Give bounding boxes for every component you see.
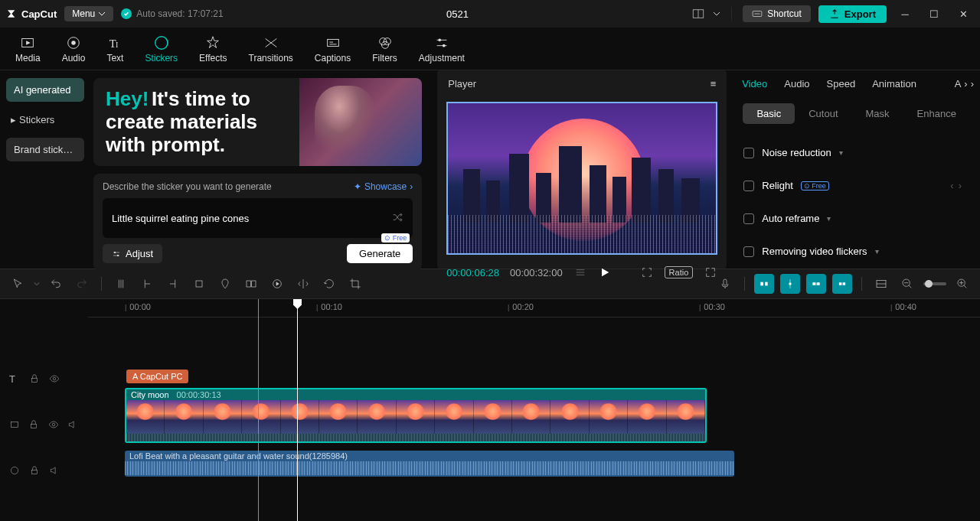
lock-icon[interactable]: [28, 419, 40, 431]
tab-effects[interactable]: Effects: [188, 31, 237, 67]
media-icon: [19, 34, 36, 51]
promo-hey: Hey!: [106, 87, 149, 110]
prop-tab-video[interactable]: Video: [742, 78, 767, 90]
audio-track[interactable]: Lofi Beat with a pleasant guitar and wat…: [88, 446, 980, 484]
opt-relight[interactable]: Relight ⊙ Free ‹ ›: [742, 169, 971, 202]
trim-left-tool[interactable]: [137, 274, 157, 294]
chevron-left-icon[interactable]: ‹: [950, 180, 953, 191]
redo-button[interactable]: [72, 274, 92, 294]
opt-removing-flickers[interactable]: Removing video flickers ▾: [742, 235, 971, 268]
tab-label: Effects: [199, 53, 227, 63]
selection-tool[interactable]: [8, 274, 28, 294]
eye-icon[interactable]: [48, 419, 60, 431]
list-icon[interactable]: [573, 265, 587, 279]
reverse-tool[interactable]: [267, 274, 287, 294]
magnet-tool[interactable]: [754, 274, 774, 294]
tab-audio[interactable]: Audio: [51, 31, 96, 67]
lib-stickers[interactable]: ▸ Stickers: [6, 108, 84, 132]
tab-adjustment[interactable]: Adjustment: [408, 31, 475, 67]
properties-panel: Video Audio Speed Animation A › › Basic …: [733, 70, 980, 269]
export-button[interactable]: Export: [818, 5, 887, 23]
prompt-input[interactable]: Little squirrel eating pine cones: [103, 198, 413, 238]
tab-label: Transitions: [249, 53, 293, 63]
tab-media[interactable]: Media: [5, 31, 51, 67]
mic-icon[interactable]: [715, 274, 735, 294]
lock-icon[interactable]: [29, 373, 41, 386]
chevron-down-icon[interactable]: [713, 10, 720, 18]
rotate-tool[interactable]: [319, 274, 339, 294]
timeline-ruler[interactable]: 00:00 00:10 00:20 00:30 00:40: [88, 299, 980, 317]
lock-icon[interactable]: [29, 465, 41, 477]
prop-tab-speed[interactable]: Speed: [827, 78, 856, 90]
checkbox-icon[interactable]: [743, 148, 754, 158]
zoom-out-icon[interactable]: [897, 274, 917, 294]
tab-captions[interactable]: Captions: [304, 31, 361, 67]
tab-text[interactable]: TI Text: [96, 31, 134, 67]
checkbox-icon[interactable]: [743, 213, 754, 224]
audio-clip[interactable]: Lofi Beat with a pleasant guitar and wat…: [125, 451, 734, 477]
trim-right-tool[interactable]: [163, 274, 183, 294]
close-button[interactable]: ✕: [952, 3, 974, 24]
subtab-enhance[interactable]: Enhance: [903, 103, 970, 124]
subtab-cutout[interactable]: Cutout: [795, 103, 851, 124]
track-options-icon[interactable]: [871, 274, 891, 294]
ratio-button[interactable]: Ratio: [665, 266, 694, 278]
shuffle-icon[interactable]: [391, 211, 403, 226]
maximize-button[interactable]: ☐: [923, 3, 945, 24]
player-canvas[interactable]: [437, 97, 727, 259]
checkbox-icon[interactable]: [743, 181, 754, 191]
text-track-icon[interactable]: T: [9, 373, 21, 386]
undo-button[interactable]: [46, 274, 66, 294]
link-tool[interactable]: [806, 274, 826, 294]
marker-tool[interactable]: [215, 274, 235, 294]
lib-ai-generated[interactable]: AI generated: [6, 78, 84, 102]
chevron-down-icon[interactable]: [34, 281, 40, 287]
video-clip[interactable]: City moon 00:00:30:13: [125, 388, 707, 443]
player-menu-icon[interactable]: ≡: [710, 78, 717, 90]
preview-tool[interactable]: [832, 274, 852, 294]
opt-noise-reduction[interactable]: Noise reduction ▾: [742, 136, 971, 169]
text-track[interactable]: A CapCut PC: [88, 360, 980, 386]
subtab-basic[interactable]: Basic: [743, 103, 795, 124]
play-button[interactable]: [598, 265, 612, 279]
shortcut-button[interactable]: Shortcut: [743, 5, 811, 22]
mute-icon[interactable]: [49, 465, 61, 477]
scan-icon[interactable]: [640, 265, 654, 279]
prop-tab-animation[interactable]: Animation: [872, 78, 916, 90]
subtab-mask[interactable]: Mask: [852, 103, 903, 124]
playhead[interactable]: [297, 299, 298, 521]
timeline-canvas[interactable]: 00:00 00:10 00:20 00:30 00:40 A CapCut P…: [88, 299, 980, 521]
crop-tool[interactable]: [189, 274, 209, 294]
generate-button[interactable]: Generate: [347, 244, 413, 263]
text-clip[interactable]: A CapCut PC: [126, 370, 188, 383]
opt-label: Removing video flickers: [762, 246, 867, 257]
checkbox-icon[interactable]: [743, 246, 754, 257]
tab-filters[interactable]: Filters: [361, 31, 408, 67]
crop2-tool[interactable]: [345, 274, 365, 294]
free-badge: ⊙ Free: [801, 181, 829, 190]
tab-stickers[interactable]: Stickers: [134, 31, 188, 67]
video-track-icon[interactable]: [9, 419, 21, 431]
adjust-button[interactable]: Adjust: [103, 244, 162, 263]
eye-icon[interactable]: [49, 373, 61, 386]
split-tool[interactable]: [111, 274, 131, 294]
layout-icon[interactable]: [691, 7, 705, 21]
menu-button[interactable]: Menu: [64, 6, 113, 21]
frames-tool[interactable]: [241, 274, 261, 294]
prop-tabs-more[interactable]: A › ›: [955, 78, 974, 90]
showcase-link[interactable]: ✦ Showcase ›: [354, 181, 413, 192]
video-track[interactable]: Cover City moon 00:00:30:13: [88, 386, 980, 446]
opt-auto-reframe[interactable]: Auto reframe ▾: [742, 202, 971, 235]
prop-tab-audio[interactable]: Audio: [784, 78, 809, 90]
zoom-slider[interactable]: [923, 282, 946, 285]
lib-brand-stickers[interactable]: Brand stick…: [6, 138, 84, 161]
mirror-tool[interactable]: [293, 274, 313, 294]
snap-tool[interactable]: [780, 274, 800, 294]
chevron-right-icon[interactable]: ›: [959, 180, 962, 191]
zoom-in-icon[interactable]: [952, 274, 972, 294]
timeline-marker[interactable]: [258, 299, 259, 521]
mute-icon[interactable]: [67, 419, 79, 431]
tab-transitions[interactable]: Transitions: [238, 31, 304, 67]
audio-track-icon[interactable]: [9, 465, 21, 477]
minimize-button[interactable]: ─: [894, 3, 916, 24]
